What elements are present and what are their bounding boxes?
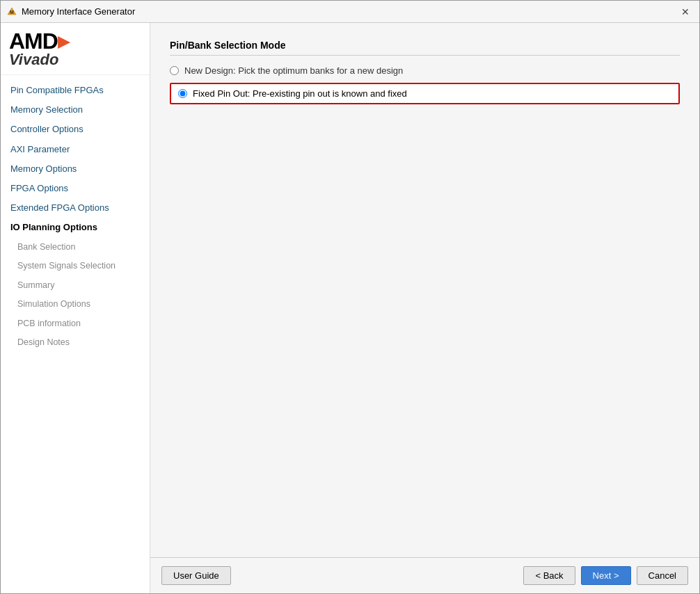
footer-left: User Guide — [161, 566, 231, 585]
radio-option-fixed-pin-out[interactable]: Fixed Pin Out: Pre-existing pin out is k… — [170, 83, 680, 104]
window-title: Memory Interface Generator — [22, 6, 135, 17]
svg-text:M: M — [10, 10, 14, 15]
sidebar-item-memory-selection[interactable]: Memory Selection — [1, 100, 150, 120]
title-bar-left: M Memory Interface Generator — [6, 6, 135, 17]
user-guide-button[interactable]: User Guide — [161, 566, 231, 585]
sidebar-item-io-planning-options[interactable]: IO Planning Options — [1, 218, 150, 237]
sidebar-item-pin-compatible[interactable]: Pin Compatible FPGAs — [1, 81, 150, 100]
cancel-button[interactable]: Cancel — [637, 566, 688, 585]
sidebar-item-pcb-information[interactable]: PCB information — [1, 314, 150, 334]
footer: User Guide < Back Next > Cancel — [150, 557, 699, 593]
sidebar-item-memory-options[interactable]: Memory Options — [1, 159, 150, 179]
app-icon: M — [6, 6, 17, 17]
sidebar-item-design-notes[interactable]: Design Notes — [1, 333, 150, 353]
title-bar: M Memory Interface Generator ✕ — [1, 1, 699, 23]
radio-option-new-design[interactable]: New Design: Pick the optimum banks for a… — [170, 65, 680, 76]
sidebar-item-system-signals-selection[interactable]: System Signals Selection — [1, 257, 150, 276]
amd-arrow-icon: ▸ — [58, 29, 68, 54]
close-button[interactable]: ✕ — [677, 5, 694, 19]
sidebar-item-bank-selection[interactable]: Bank Selection — [1, 238, 150, 257]
next-button[interactable]: Next > — [581, 566, 631, 585]
back-button[interactable]: < Back — [523, 566, 575, 585]
radio-fixed-pin-out[interactable] — [178, 89, 187, 98]
radio-new-design[interactable] — [170, 66, 179, 75]
radio-group: New Design: Pick the optimum banks for a… — [170, 65, 680, 104]
sidebar-item-fpga-options[interactable]: FPGA Options — [1, 179, 150, 198]
amd-logo: AMD▸ — [9, 30, 141, 52]
sidebar-item-simulation-options[interactable]: Simulation Options — [1, 295, 150, 314]
sidebar-logo: AMD▸ Vivado — [1, 23, 150, 75]
main-content: Pin/Bank Selection Mode New Design: Pick… — [150, 23, 699, 557]
main-panel: Pin/Bank Selection Mode New Design: Pick… — [150, 23, 699, 593]
sidebar-item-extended-fpga-options[interactable]: Extended FPGA Options — [1, 198, 150, 218]
radio-fixed-pin-out-label[interactable]: Fixed Pin Out: Pre-existing pin out is k… — [193, 88, 407, 99]
vivado-logo-text: Vivado — [9, 51, 141, 69]
main-window: M Memory Interface Generator ✕ AMD▸ Viva… — [0, 0, 700, 594]
section-title: Pin/Bank Selection Mode — [170, 40, 680, 56]
radio-new-design-label[interactable]: New Design: Pick the optimum banks for a… — [184, 65, 403, 76]
content-area: AMD▸ Vivado Pin Compatible FPGAs Memory … — [1, 23, 699, 593]
sidebar: AMD▸ Vivado Pin Compatible FPGAs Memory … — [1, 23, 150, 593]
footer-right: < Back Next > Cancel — [523, 566, 688, 585]
sidebar-item-summary[interactable]: Summary — [1, 276, 150, 296]
sidebar-item-axi-parameter[interactable]: AXI Parameter — [1, 140, 150, 159]
sidebar-item-controller-options[interactable]: Controller Options — [1, 120, 150, 139]
